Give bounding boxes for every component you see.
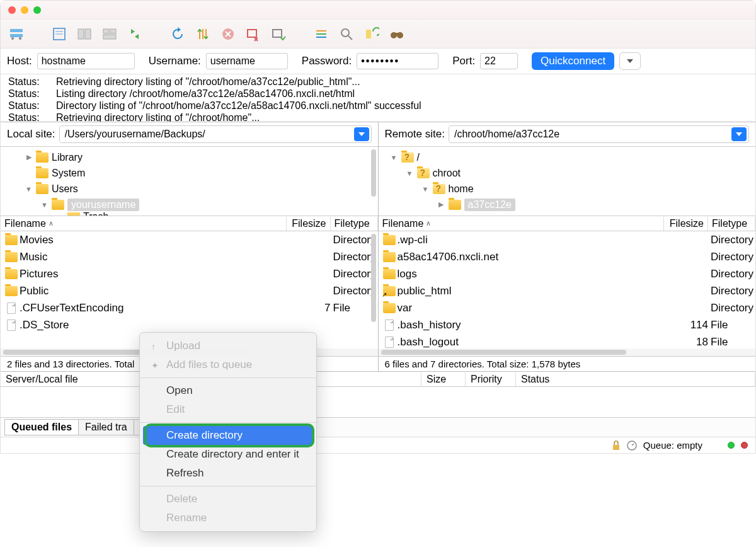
svg-rect-10 (110, 29, 116, 33)
message-log[interactable]: Status:Retrieving directory listing of "… (1, 74, 755, 122)
list-item[interactable]: logsDirectory (379, 265, 756, 282)
remote-tree[interactable]: ▼/ ▼chroot ▼home ▶a37cc12e (379, 147, 756, 216)
list-item[interactable]: .wp-cliDirectory (379, 231, 756, 248)
column-filetype[interactable]: Filetype (331, 217, 378, 231)
local-site-label: Local site: (7, 128, 55, 141)
remote-site-input[interactable] (449, 127, 731, 142)
scrollbar[interactable] (371, 149, 376, 197)
close-button[interactable] (8, 6, 16, 14)
chevron-down-icon[interactable] (731, 127, 747, 141)
password-input[interactable] (357, 53, 438, 69)
toggle-tree-icon[interactable] (74, 23, 95, 45)
disconnect-icon[interactable] (243, 23, 264, 45)
column-priority[interactable]: Priority (466, 372, 516, 386)
tab-failed-transfers[interactable]: Failed tra (79, 419, 134, 435)
tree-item[interactable]: home (449, 183, 474, 195)
tree-item[interactable]: / (417, 152, 420, 163)
column-status[interactable]: Status (516, 372, 755, 386)
tree-item[interactable]: System (52, 168, 85, 179)
filter-icon[interactable] (311, 23, 332, 45)
username-label: Username: (149, 55, 201, 67)
local-site-input[interactable] (60, 127, 354, 142)
log-message: Retrieving directory listing of "/chroot… (56, 112, 260, 122)
list-item[interactable]: .bash_history114File (379, 316, 756, 333)
svg-rect-1 (10, 34, 23, 37)
local-file-list[interactable]: MoviesDirectory MusicDirectory PicturesD… (1, 231, 378, 348)
tree-item-selected[interactable]: yourusername (67, 199, 139, 211)
tree-item[interactable]: Trash (83, 212, 108, 216)
sync-browse-icon[interactable] (124, 23, 146, 45)
column-filename[interactable]: Filename∧ (1, 217, 287, 231)
svg-point-2 (11, 37, 14, 40)
list-item[interactable]: PublicDirectory (1, 282, 378, 299)
svg-rect-9 (103, 29, 109, 33)
local-site-combo[interactable] (59, 125, 372, 143)
username-input[interactable] (206, 53, 288, 69)
status-bar: Queue: empty (1, 437, 755, 453)
menu-open[interactable]: Open (140, 381, 316, 400)
maximize-button[interactable] (33, 6, 41, 14)
speed-limit-icon[interactable] (627, 440, 637, 451)
column-filetype[interactable]: Filetype (708, 217, 755, 231)
log-message: Directory listing of "/chroot/home/a37cc… (56, 100, 421, 112)
remote-pane: Remote site: ▼/ ▼chroot ▼home ▶a37cc12e … (379, 122, 756, 372)
toggle-log-icon[interactable] (49, 23, 70, 45)
list-item[interactable]: MusicDirectory (1, 248, 378, 265)
list-item[interactable]: MoviesDirectory (1, 231, 378, 248)
tree-item[interactable]: Library (52, 152, 83, 163)
tree-item[interactable]: chroot (433, 168, 461, 179)
password-label: Password: (302, 55, 352, 67)
remote-site-combo[interactable] (449, 125, 749, 143)
svg-rect-11 (103, 35, 116, 39)
minimize-button[interactable] (21, 6, 28, 14)
quickconnect-history-dropdown[interactable] (619, 52, 641, 70)
scrollbar[interactable] (379, 348, 756, 356)
list-item[interactable]: PicturesDirectory (1, 265, 378, 282)
list-item[interactable]: a58ac14706.nxcli.netDirectory (379, 248, 756, 265)
list-item[interactable]: .CFUserTextEncoding7File (1, 299, 378, 316)
indicator-red (741, 442, 748, 449)
host-label: Host: (7, 55, 32, 67)
menu-create-directory[interactable]: Create directory (143, 426, 313, 445)
quickconnect-button[interactable]: Quickconnect (532, 52, 614, 70)
site-manager-icon[interactable] (6, 23, 27, 45)
remote-file-list[interactable]: .wp-cliDirectory a58ac14706.nxcli.netDir… (379, 231, 756, 348)
menu-create-directory-enter[interactable]: Create directory and enter it (140, 445, 316, 464)
tab-queued-files[interactable]: Queued files (4, 419, 79, 435)
queue-header: Server/Local file Size Priority Status (1, 372, 755, 387)
tree-item[interactable]: Users (52, 183, 78, 195)
remote-list-header: Filename∧ Filesize Filetype (379, 216, 756, 231)
column-size[interactable]: Size (421, 372, 466, 386)
list-item[interactable]: .DS_Store (1, 316, 378, 333)
menu-edit: Edit (140, 400, 316, 419)
toggle-queue-icon[interactable] (99, 23, 120, 45)
menu-upload: ↑Upload (140, 337, 316, 355)
host-input[interactable] (37, 53, 135, 69)
binoculars-icon[interactable] (386, 23, 408, 45)
column-filename[interactable]: Filename∧ (379, 217, 665, 231)
reconnect-icon[interactable] (268, 23, 289, 45)
column-filesize[interactable]: Filesize (664, 217, 708, 231)
svg-line-19 (348, 36, 352, 40)
column-filesize[interactable]: Filesize (287, 217, 331, 231)
queue-body[interactable] (1, 387, 755, 417)
list-item[interactable]: ↗public_htmlDirectory (379, 282, 756, 299)
local-tree[interactable]: ▶Library System ▼Users ▼yourusername Tra… (1, 147, 378, 216)
log-label: Status: (8, 88, 46, 100)
cancel-icon[interactable] (217, 23, 239, 45)
local-list-header: Filename∧ Filesize Filetype (1, 216, 378, 231)
svg-rect-24 (613, 445, 619, 450)
refresh-icon[interactable] (167, 23, 188, 45)
list-item[interactable]: .bash_logout18File (379, 333, 756, 348)
tree-item-selected[interactable]: a37cc12e (464, 199, 515, 211)
compare-icon[interactable] (361, 23, 382, 45)
process-queue-icon[interactable] (192, 23, 214, 45)
context-menu[interactable]: ↑Upload ✦Add files to queue Open Edit Cr… (139, 332, 317, 532)
menu-refresh[interactable]: Refresh (140, 464, 316, 483)
scrollbar[interactable] (371, 234, 376, 322)
list-item[interactable]: varDirectory (379, 299, 756, 316)
port-input[interactable] (480, 53, 518, 69)
lock-icon (612, 440, 621, 451)
chevron-down-icon[interactable] (354, 127, 369, 141)
search-icon[interactable] (336, 23, 357, 45)
